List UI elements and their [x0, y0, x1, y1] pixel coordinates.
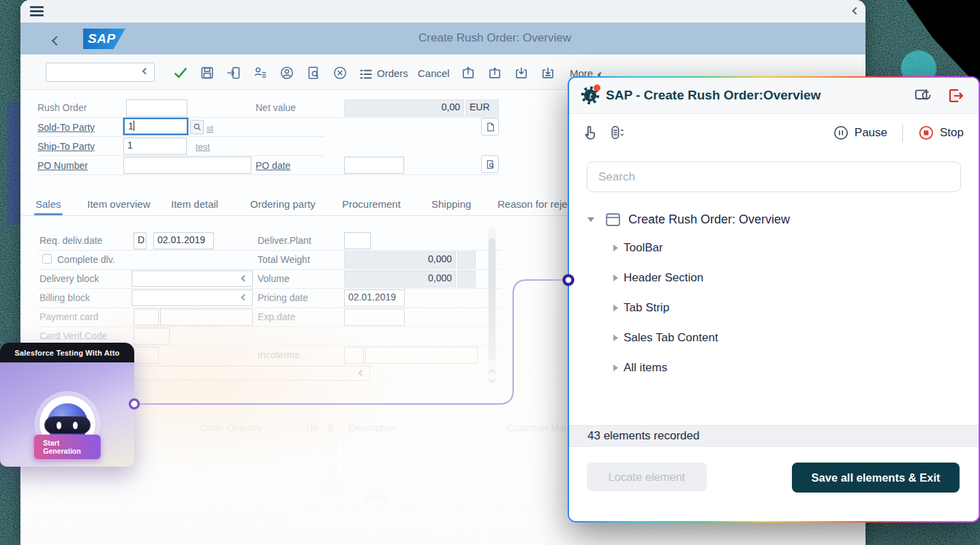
tab-shipping[interactable]: Shipping	[431, 198, 471, 210]
table-toolbar-button[interactable]	[247, 512, 265, 531]
req-deliv-type-field[interactable]: D	[134, 232, 147, 249]
document-lookup-button[interactable]	[481, 155, 499, 173]
caret-right-icon[interactable]	[613, 275, 618, 281]
save-icon[interactable]	[200, 65, 215, 80]
tree-node-sales-tab-content[interactable]: Sales Tab Content	[569, 323, 979, 353]
restore-window-icon[interactable]	[914, 87, 932, 105]
cancel-button[interactable]: Cancel	[418, 67, 450, 79]
export-up-icon[interactable]	[487, 65, 502, 80]
sold-to-party-field[interactable]: 1	[123, 118, 188, 135]
incoterms-text-field[interactable]	[365, 347, 478, 364]
tab-item-overview[interactable]: Item overview	[87, 198, 151, 210]
hscroll-left-icon[interactable]: ‹	[339, 495, 341, 502]
locate-element-button[interactable]: Locate element	[587, 463, 707, 491]
collapse-chevron-icon[interactable]	[852, 7, 859, 14]
tree-node-tab-strip[interactable]: Tab Strip	[569, 293, 979, 323]
card-verif-code-field[interactable]	[134, 328, 170, 345]
stop-icon	[918, 125, 934, 141]
pause-button[interactable]: Pause	[833, 125, 887, 141]
sold-to-party-label[interactable]: Sold-To Party	[37, 122, 95, 133]
complete-dlv-checkbox[interactable]	[42, 254, 52, 264]
robot-visor	[44, 416, 91, 434]
pause-icon	[833, 125, 849, 141]
caret-right-icon[interactable]	[613, 364, 618, 371]
deliver-plant-field[interactable]	[344, 232, 371, 249]
table-toolbar-button[interactable]	[76, 512, 94, 531]
delivery-block-dropdown[interactable]	[132, 270, 253, 287]
table-toolbar-button[interactable]	[228, 512, 246, 531]
element-search-input[interactable]	[587, 161, 961, 192]
tree-root-node[interactable]: Create Rush Order: Overview	[569, 206, 979, 233]
user-circle-icon[interactable]	[279, 65, 294, 80]
row-checkbox[interactable]	[326, 443, 337, 454]
caret-right-icon[interactable]	[613, 334, 618, 341]
exp-date-field[interactable]	[344, 309, 405, 326]
table-toolbar-button[interactable]	[101, 512, 119, 531]
incoterms-code-field[interactable]	[344, 347, 364, 364]
table-toolbar-button[interactable]	[139, 512, 157, 531]
tree-node-header-section[interactable]: Header Section	[569, 263, 979, 293]
content-scrollbar-thumb[interactable]	[489, 238, 495, 361]
row-checkbox[interactable]	[326, 482, 337, 493]
caret-right-icon[interactable]	[613, 245, 618, 251]
caret-right-icon[interactable]	[613, 305, 618, 311]
hscroll-right-icon[interactable]: ›	[348, 495, 350, 502]
tree-node-toolbar[interactable]: ToolBar	[569, 233, 979, 263]
confirm-check-icon[interactable]	[173, 65, 188, 80]
billing-block-dropdown[interactable]	[132, 290, 253, 306]
caret-down-icon[interactable]	[587, 217, 594, 222]
cancel-circle-icon[interactable]	[333, 65, 348, 80]
tab-sales[interactable]: Sales	[35, 198, 61, 210]
recorder-title: SAP - Create Rush Order:Overview	[606, 88, 821, 103]
orders-list-icon[interactable]	[358, 67, 373, 82]
pricing-date-field[interactable]: 02.01.2019	[344, 290, 405, 307]
hidden-row-field[interactable]	[134, 347, 159, 364]
row-select-checkbox[interactable]	[40, 478, 50, 488]
back-button[interactable]	[53, 35, 60, 47]
table-hscrollbar[interactable]	[365, 495, 388, 501]
row-checkbox[interactable]	[326, 466, 337, 476]
import-down-icon[interactable]	[514, 65, 529, 80]
rush-order-field[interactable]	[126, 99, 187, 116]
ship-to-party-label[interactable]: Ship-To Party	[37, 141, 95, 152]
table-toolbar-button[interactable]	[266, 512, 284, 531]
tab-procurement[interactable]: Procurement	[342, 198, 401, 210]
table-toolbar-button[interactable]	[57, 512, 75, 531]
table-toolbar-button[interactable]	[37, 512, 56, 531]
user-list-icon[interactable]	[253, 65, 268, 80]
scroll-capture-icon[interactable]	[608, 124, 625, 141]
value-help-button[interactable]	[190, 120, 204, 134]
copy-document-button[interactable]	[481, 118, 499, 136]
payment-card-number-field[interactable]	[160, 309, 253, 326]
start-generation-button[interactable]: Start Generation	[33, 435, 101, 459]
tree-node-all-items[interactable]: All items	[569, 353, 979, 383]
volume-field: 0,000	[344, 270, 456, 287]
order-reason-dropdown[interactable]	[97, 366, 370, 381]
payment-card-type-field[interactable]	[134, 309, 159, 326]
document-search-icon[interactable]	[306, 65, 321, 80]
po-date-label[interactable]: PO date	[256, 160, 290, 171]
hamburger-menu-icon[interactable]	[30, 6, 44, 16]
ship-to-party-field[interactable]: 1	[123, 138, 187, 155]
atto-card-title: Salesforce Testing With Atto	[0, 343, 134, 362]
exit-recorder-icon[interactable]	[947, 87, 965, 105]
orders-button[interactable]: Orders	[377, 67, 408, 79]
tab-item-detail[interactable]: Item detail	[171, 198, 218, 210]
command-field[interactable]	[46, 63, 155, 82]
table-toolbar-button[interactable]	[202, 512, 221, 531]
po-date-field[interactable]	[344, 157, 404, 174]
table-toolbar-button[interactable]	[164, 512, 183, 531]
share-up-icon[interactable]	[461, 65, 476, 80]
tap-capture-icon[interactable]	[581, 124, 598, 141]
req-deliv-date-field[interactable]: 02.01.2019	[153, 232, 214, 249]
tab-ordering-party[interactable]: Ordering party	[250, 198, 316, 210]
sold-to-hint: st	[206, 123, 213, 134]
po-number-label[interactable]: PO Number	[37, 160, 88, 171]
download-icon[interactable]	[540, 65, 555, 80]
save-all-elements-button[interactable]: Save all elements & Exit	[792, 463, 960, 493]
table-toolbar-button[interactable]	[183, 512, 202, 531]
stop-button[interactable]: Stop	[918, 125, 964, 141]
po-number-field[interactable]	[123, 157, 251, 174]
exit-icon[interactable]	[226, 65, 241, 80]
table-toolbar-button[interactable]	[120, 512, 138, 531]
